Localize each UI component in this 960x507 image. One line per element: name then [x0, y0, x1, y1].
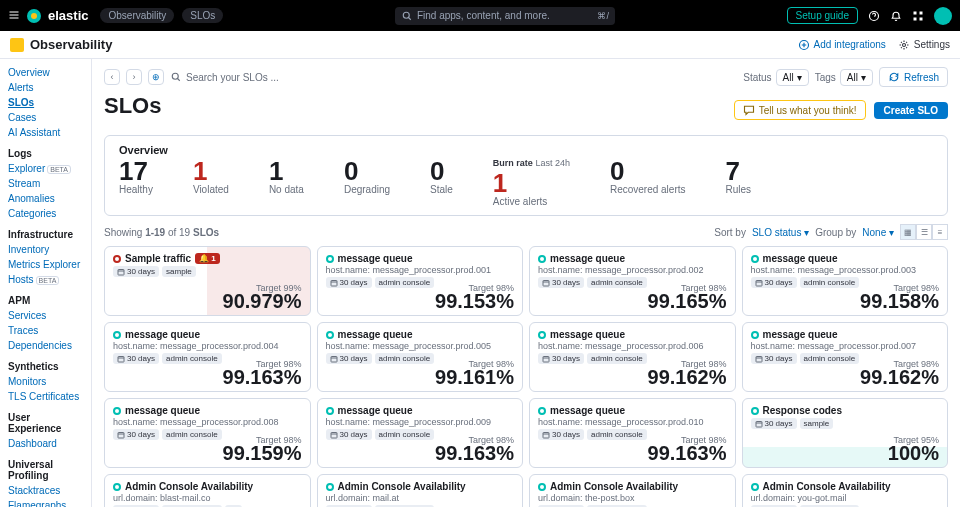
sidebar-item-dashboard[interactable]: Dashboard — [8, 436, 83, 451]
slo-card[interactable]: Admin Console Availability url.domain: t… — [529, 474, 736, 507]
card-subtitle: host.name: message_processor.prod.009 — [326, 417, 515, 427]
sidebar-item-ai-assistant[interactable]: AI Assistant — [8, 125, 83, 140]
sidebar-item-explorer[interactable]: ExplorerBETA — [8, 161, 83, 176]
newsfeed-icon[interactable] — [890, 10, 902, 22]
card-title: Admin Console Availability — [763, 481, 891, 492]
search-icon — [401, 10, 413, 22]
add-integrations-link[interactable]: Add integrations — [798, 39, 886, 51]
view-list[interactable]: ≡ — [932, 224, 948, 240]
sidebar-item-dependencies[interactable]: Dependencies — [8, 338, 83, 353]
sidebar-item-stream[interactable]: Stream — [8, 176, 83, 191]
sidebar-item-services[interactable]: Services — [8, 308, 83, 323]
slo-grid: Sample traffic 🔔 1 30 dayssample Target … — [104, 246, 948, 507]
health-indicator — [751, 331, 759, 339]
health-indicator — [113, 255, 121, 263]
view-toggle: ▦ ☰ ≡ — [900, 224, 948, 240]
global-search[interactable]: Find apps, content, and more. ⌘/ — [395, 7, 615, 25]
breadcrumb-observability[interactable]: Observability — [100, 8, 174, 23]
group-by-label: Group by — [815, 227, 856, 238]
slo-card[interactable]: message queue host.name: message_process… — [742, 246, 949, 316]
sidebar-item-categories[interactable]: Categories — [8, 206, 83, 221]
sidebar-item-inventory[interactable]: Inventory — [8, 242, 83, 257]
group-by-select[interactable]: None ▾ — [862, 227, 894, 238]
apps-icon[interactable] — [912, 10, 924, 22]
svg-rect-7 — [920, 17, 923, 20]
view-compact[interactable]: ☰ — [916, 224, 932, 240]
nav-toggle[interactable] — [8, 9, 20, 23]
slo-card[interactable]: Admin Console Availability url.domain: m… — [317, 474, 524, 507]
sidebar-item-hosts[interactable]: HostsBETA — [8, 272, 83, 287]
card-value: 99.158% — [860, 290, 939, 313]
stat-no-data: 1No data — [269, 158, 304, 207]
tag: admin console — [800, 353, 860, 364]
slo-card[interactable]: Sample traffic 🔔 1 30 dayssample Target … — [104, 246, 311, 316]
sidebar-item-tls-certificates[interactable]: TLS Certificates — [8, 389, 83, 404]
slo-card[interactable]: message queue host.name: message_process… — [317, 398, 524, 468]
svg-rect-20 — [331, 432, 337, 438]
card-subtitle: url.domain: mail.at — [326, 493, 515, 503]
help-icon[interactable] — [868, 10, 880, 22]
sidebar-item-overview[interactable]: Overview — [8, 65, 83, 80]
sidebar-section-infrastructure: Infrastructure — [8, 229, 83, 240]
slo-card[interactable]: Response codes 30 dayssample Target 95% … — [742, 398, 949, 468]
card-value: 99.162% — [648, 366, 727, 389]
feedback-button[interactable]: Tell us what you think! — [734, 100, 866, 120]
slo-card[interactable]: message queue host.name: message_process… — [104, 398, 311, 468]
tags-filter[interactable]: All▾ — [840, 69, 873, 86]
nav-forward[interactable]: › — [126, 69, 142, 85]
slo-card[interactable]: message queue host.name: message_process… — [529, 322, 736, 392]
page-header-title: Observability — [30, 37, 112, 52]
slo-card[interactable]: message queue host.name: message_process… — [317, 322, 524, 392]
sidebar-item-metrics-explorer[interactable]: Metrics Explorer — [8, 257, 83, 272]
sidebar-item-alerts[interactable]: Alerts — [8, 80, 83, 95]
card-subtitle: host.name: message_processor.prod.004 — [113, 341, 302, 351]
view-grid[interactable]: ▦ — [900, 224, 916, 240]
slo-card[interactable]: Admin Console Availability url.domain: y… — [742, 474, 949, 507]
observability-icon — [10, 38, 24, 52]
sidebar-item-traces[interactable]: Traces — [8, 323, 83, 338]
stat-degrading: 0Degrading — [344, 158, 390, 207]
add-filter[interactable]: ⊕ — [148, 69, 164, 85]
slo-card[interactable]: Admin Console Availability url.domain: b… — [104, 474, 311, 507]
showing-count: Showing 1-19 of 19 SLOs — [104, 227, 219, 238]
refresh-button[interactable]: Refresh — [879, 67, 948, 87]
elastic-logo[interactable]: elastic — [26, 8, 88, 24]
slo-card[interactable]: message queue host.name: message_process… — [317, 246, 524, 316]
tag: 30 days — [751, 277, 797, 288]
sidebar-item-flamegraphs[interactable]: Flamegraphs — [8, 498, 83, 507]
svg-rect-17 — [543, 356, 549, 362]
main-content: ‹ › ⊕ Search your SLOs ... Status All▾ T… — [92, 59, 960, 507]
sidebar-item-anomalies[interactable]: Anomalies — [8, 191, 83, 206]
card-title: Admin Console Availability — [125, 481, 253, 492]
sidebar-item-stacktraces[interactable]: Stacktraces — [8, 483, 83, 498]
tag: 30 days — [113, 429, 159, 440]
setup-guide-button[interactable]: Setup guide — [787, 7, 858, 24]
svg-rect-5 — [920, 11, 923, 14]
gear-icon — [898, 39, 910, 51]
slo-card[interactable]: message queue host.name: message_process… — [104, 322, 311, 392]
sidebar-item-monitors[interactable]: Monitors — [8, 374, 83, 389]
card-subtitle: host.name: message_processor.prod.003 — [751, 265, 940, 275]
settings-link[interactable]: Settings — [898, 39, 950, 51]
sidebar-item-slos[interactable]: SLOs — [8, 95, 83, 110]
slo-search[interactable]: Search your SLOs ... — [170, 71, 737, 83]
sidebar-section-apm: APM — [8, 295, 83, 306]
sidebar-item-cases[interactable]: Cases — [8, 110, 83, 125]
stat-rules: 7Rules — [726, 158, 752, 207]
status-filter[interactable]: All▾ — [776, 69, 809, 86]
svg-rect-4 — [914, 11, 917, 14]
slo-card[interactable]: message queue host.name: message_process… — [529, 398, 736, 468]
create-slo-button[interactable]: Create SLO — [874, 102, 948, 119]
breadcrumb-slos[interactable]: SLOs — [182, 8, 223, 23]
slo-card[interactable]: message queue host.name: message_process… — [529, 246, 736, 316]
refresh-icon — [888, 71, 900, 83]
nav-back[interactable]: ‹ — [104, 69, 120, 85]
health-indicator — [326, 407, 334, 415]
user-avatar[interactable] — [934, 7, 952, 25]
tag: admin console — [162, 353, 222, 364]
card-value: 90.979% — [223, 290, 302, 313]
tag: 30 days — [326, 353, 372, 364]
sidebar-section-user-experience: User Experience — [8, 412, 83, 434]
slo-card[interactable]: message queue host.name: message_process… — [742, 322, 949, 392]
sort-by-select[interactable]: SLO status ▾ — [752, 227, 809, 238]
